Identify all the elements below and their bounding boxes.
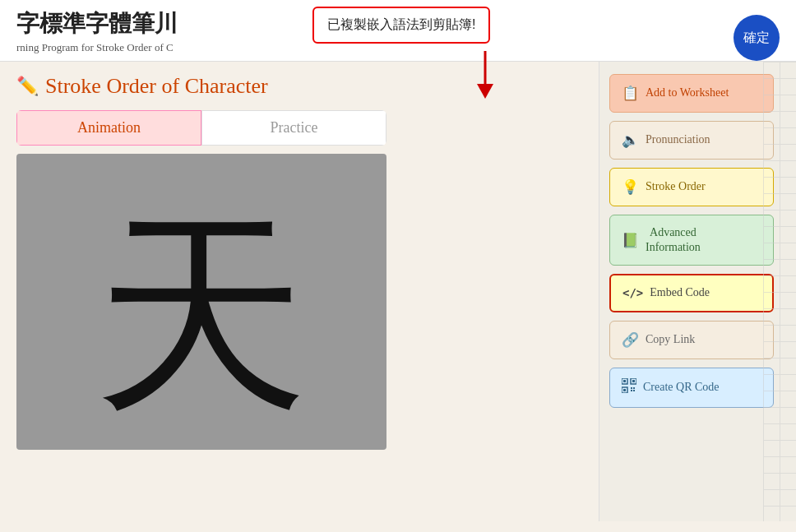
stroke-order-label: Stroke Order xyxy=(646,179,706,194)
svg-marker-1 xyxy=(477,84,493,99)
header: 字標準字體筆川 rning Program for Stroke Order o… xyxy=(0,0,796,62)
copy-link-button[interactable]: 🔗 Copy Link xyxy=(609,321,774,359)
graph-paper-bg xyxy=(763,62,796,521)
page-title-text: Stroke Order of Character xyxy=(45,74,268,99)
right-sidebar: 📋 Add to Worksheet 🔈 Pronunciation 💡 Str… xyxy=(599,62,796,521)
qr-icon xyxy=(622,378,636,397)
advanced-info-button[interactable]: 📗 AdvancedInformation xyxy=(609,215,774,266)
svg-rect-5 xyxy=(632,380,635,382)
copy-link-label: Copy Link xyxy=(646,332,695,347)
tab-practice[interactable]: Practice xyxy=(201,110,386,146)
worksheet-icon: 📋 xyxy=(622,85,639,102)
pronunciation-icon: 🔈 xyxy=(622,132,639,149)
svg-rect-3 xyxy=(623,380,626,382)
character-display: 天 xyxy=(95,207,308,421)
svg-rect-7 xyxy=(623,389,626,391)
add-worksheet-label: Add to Worksheet xyxy=(646,86,729,100)
advanced-icon: 📗 xyxy=(622,232,639,249)
animation-canvas: 天 xyxy=(16,154,386,450)
add-to-worksheet-button[interactable]: 📋 Add to Worksheet xyxy=(609,74,774,113)
stroke-order-icon: 💡 xyxy=(622,178,639,196)
stroke-order-button[interactable]: 💡 Stroke Order xyxy=(609,168,774,206)
embed-code-button[interactable]: </> Embed Code xyxy=(609,274,774,312)
pronunciation-button[interactable]: 🔈 Pronunciation xyxy=(609,121,774,160)
tab-animation[interactable]: Animation xyxy=(16,110,201,146)
main-content: ✏️ Stroke Order of Character Animation P… xyxy=(0,62,796,521)
embed-icon: </> xyxy=(622,286,643,299)
confirm-button[interactable]: 確定 xyxy=(734,15,780,61)
advanced-label: AdvancedInformation xyxy=(646,225,701,255)
tooltip-message: 已複製嵌入語法到剪貼簿! xyxy=(327,17,475,31)
svg-rect-10 xyxy=(631,390,632,391)
tab-bar: Animation Practice xyxy=(16,110,386,146)
red-arrow-indicator xyxy=(473,51,498,100)
left-panel: ✏️ Stroke Order of Character Animation P… xyxy=(0,62,599,521)
embed-label: Embed Code xyxy=(650,285,710,300)
link-icon: 🔗 xyxy=(622,331,639,349)
qr-label: Create QR Code xyxy=(643,380,720,395)
create-qr-button[interactable]: Create QR Code xyxy=(609,368,774,408)
tooltip-popup: 已複製嵌入語法到剪貼簿! xyxy=(312,7,490,44)
svg-rect-9 xyxy=(633,387,635,389)
svg-rect-8 xyxy=(631,387,632,389)
svg-rect-11 xyxy=(633,390,635,391)
pronunciation-label: Pronunciation xyxy=(646,132,710,147)
pencil-icon: ✏️ xyxy=(16,76,39,97)
